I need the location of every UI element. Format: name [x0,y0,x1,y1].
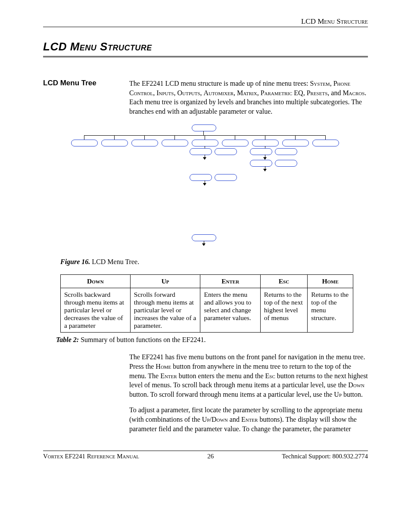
th-enter: Enter [200,275,260,288]
tree-node [71,140,98,146]
tree-node [250,160,272,167]
body-paragraph-1: The EF2241 has five menu buttons on the … [129,352,368,399]
page-footer: Vortex EF2241 Reference Manual 26 Techni… [43,451,368,460]
table-row: Scrolls backward through menu items at p… [61,288,353,333]
section-label: LCD Menu Tree [43,79,129,116]
chapter-title: LCD Menu Structure [43,40,368,57]
tree-node [162,140,188,146]
th-up: Up [130,275,200,288]
table-caption: Table 2: Summary of button functions on … [56,336,368,344]
figure-label: Figure 16. [60,258,90,265]
tree-node [101,140,128,146]
tree-node [275,160,297,167]
running-head: LCD Menu Structure [43,17,368,27]
figure-caption: Figure 16. LCD Menu Tree. [60,258,368,266]
tree-node [222,140,249,146]
tree-node [250,148,272,155]
table-label: Table 2: [56,336,79,343]
running-head-text: LCD Menu Structure [301,17,368,25]
footer-left: Vortex EF2241 Reference Manual [43,453,139,460]
footer-center: 26 [207,453,214,460]
td-home: Returns to the top of the menu structure… [308,288,353,333]
tree-node [190,148,212,155]
tree-node [275,148,297,155]
tree-node [215,148,237,155]
th-down: Down [61,275,131,288]
tree-node [192,140,218,146]
tree-node [190,174,212,181]
section-lcd-menu-tree: LCD Menu Tree The EF2241 LCD menu struct… [43,79,368,116]
tree-node [192,234,216,241]
footer-right: Technical Support: 800.932.2774 [282,453,368,460]
td-down: Scrolls backward through menu items at p… [61,288,131,333]
td-enter: Enters the menu and allows you to select… [200,288,260,333]
th-home: Home [308,275,353,288]
tree-node [131,140,158,146]
tree-node [215,174,237,181]
tree-node [252,140,279,146]
td-esc: Returns to the top of the next highest l… [260,288,307,333]
tree-node [312,140,339,146]
table-header-row: Down Up Enter Esc Home [61,275,353,288]
th-esc: Esc [260,275,307,288]
tree-node [192,124,216,131]
tree-node [282,140,309,146]
menu-tree-diagram [43,124,368,245]
button-function-table: Down Up Enter Esc Home Scrolls backward … [60,274,353,333]
section-text: The EF2241 LCD menu structure is made up… [129,79,368,116]
td-up: Scrolls forward through menu items at pa… [130,288,200,333]
body-paragraph-2: To adjust a parameter, first locate the … [129,405,368,433]
